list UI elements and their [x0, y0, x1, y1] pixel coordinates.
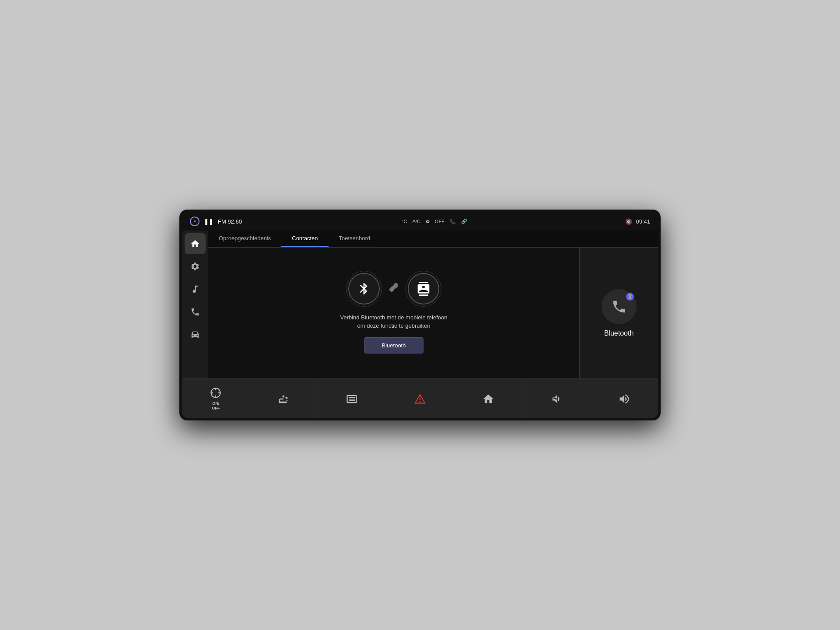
icons-row — [348, 273, 439, 304]
hardware-buttons-bar: ON/OFF — [182, 378, 658, 418]
link-status-icon: 🔗 — [461, 219, 467, 224]
seat-heat-button[interactable] — [250, 379, 318, 419]
volume-down-button[interactable] — [522, 379, 591, 419]
status-left: ❚❚ FM 92.60 — [190, 217, 242, 226]
sidebar-item-phone[interactable] — [185, 301, 206, 322]
clock: 09:41 — [636, 218, 650, 225]
temp-label: -°C — [400, 219, 407, 224]
radio-icon — [190, 217, 200, 226]
phone-status-icon: 📞 — [450, 219, 456, 224]
status-right: 🔇 09:41 — [625, 218, 650, 225]
right-panel: Bluetooth — [579, 248, 658, 378]
tab-contacten[interactable]: Contacten — [281, 231, 328, 247]
svg-point-0 — [194, 220, 196, 222]
tabs: Oproepgeschiedenis Contacten Toetsenbord — [208, 231, 658, 248]
fan-icon: ✿ — [426, 219, 430, 224]
sidebar-item-car[interactable] — [185, 324, 206, 345]
tab-toetsenbord[interactable]: Toetsenbord — [329, 231, 381, 247]
volume-mute-icon: 🔇 — [625, 218, 632, 225]
volume-up-button[interactable] — [590, 379, 658, 419]
pause-icon: ❚❚ — [204, 218, 214, 225]
screen: ❚❚ FM 92.60 -°C A/C ✿ OFF 📞 🔗 🔇 09:41 — [182, 212, 658, 378]
sidebar-item-music[interactable] — [185, 279, 206, 300]
fan-off-label: OFF — [435, 219, 444, 224]
status-bar: ❚❚ FM 92.60 -°C A/C ✿ OFF 📞 🔗 🔇 09:41 — [182, 212, 658, 231]
sidebar-item-home[interactable] — [185, 233, 206, 254]
radio-label: FM 92.60 — [218, 218, 242, 225]
fan-onoff-button[interactable]: ON/OFF — [182, 379, 250, 419]
main-area: Oproepgeschiedenis Contacten Toetsenbord — [182, 231, 658, 378]
middle-content: Verbind Bluetooth met de mobiele telefoo… — [208, 248, 658, 378]
link-arrow-icon — [388, 282, 399, 295]
rear-defrost-button[interactable] — [318, 379, 386, 419]
contact-area: Verbind Bluetooth met de mobiele telefoo… — [208, 248, 579, 378]
bluetooth-connect-button[interactable]: Bluetooth — [364, 337, 424, 354]
bluetooth-badge — [626, 293, 634, 301]
ac-label: A/C — [413, 219, 420, 224]
connect-message: Verbind Bluetooth met de mobiele telefoo… — [340, 313, 447, 330]
tab-oproepgeschiedenis[interactable]: Oproepgeschiedenis — [208, 231, 281, 247]
infotainment-unit: ❚❚ FM 92.60 -°C A/C ✿ OFF 📞 🔗 🔇 09:41 — [179, 210, 661, 420]
sidebar — [182, 231, 208, 378]
content-panel: Oproepgeschiedenis Contacten Toetsenbord — [208, 231, 658, 378]
contacts-circle-icon[interactable] — [408, 273, 439, 304]
hazard-button[interactable] — [386, 379, 455, 419]
home-hw-button[interactable] — [454, 379, 522, 419]
status-center: -°C A/C ✿ OFF 📞 🔗 — [400, 219, 467, 224]
bluetooth-circle-icon[interactable] — [348, 273, 380, 304]
sidebar-item-settings[interactable] — [185, 256, 206, 277]
bluetooth-right-label: Bluetooth — [604, 329, 634, 337]
phone-bluetooth-icon — [602, 289, 637, 324]
